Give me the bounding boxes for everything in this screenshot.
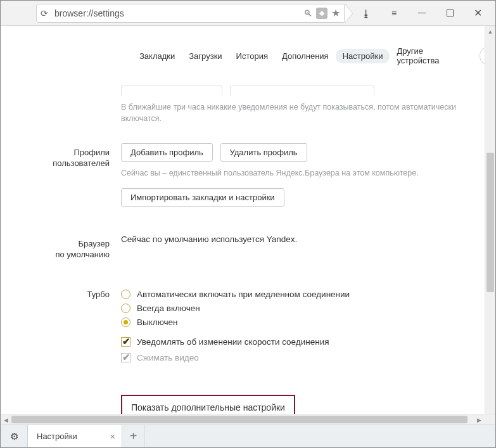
remove-profile-button[interactable]: Удалить профиль [220,143,307,162]
menu-icon[interactable]: ≡ [380,1,408,26]
turbo-off-radio[interactable]: Выключен [121,317,478,327]
address-bar[interactable]: ⟳ 🔍︎ ◆ ★ [36,4,345,23]
settings-page: Закладки Загрузки История Дополнения Нас… [1,26,495,425]
radio-icon [121,304,130,313]
nav-downloads[interactable]: Загрузки [182,49,229,63]
turbo-notify-label: Уведомлять об изменении скорости соедине… [137,337,329,347]
notifications-hint: В ближайшие три часа никакие уведомления… [121,102,478,124]
nav-settings[interactable]: Настройки [336,49,390,63]
scroll-thumb[interactable] [486,153,494,292]
turbo-always-radio[interactable]: Всегда включен [121,304,478,313]
browser-chrome: ⟳ 🔍︎ ◆ ★ ⭳ ≡ ✕ [1,1,495,26]
import-settings-button[interactable]: Импортировать закладки и настройки [121,188,284,207]
url-input[interactable] [53,8,300,19]
scroll-thumb[interactable] [11,416,467,423]
search-icon[interactable]: 🔍︎ [303,8,312,18]
nav-addons[interactable]: Дополнения [275,49,336,63]
default-browser-label: Браузерпо умолчанию [1,234,121,260]
checkbox-icon [121,337,130,347]
tab-title: Настройки [37,432,77,441]
bookmark-star-icon[interactable]: ★ [331,7,340,19]
tab-settings[interactable]: Настройки × [27,425,122,447]
window-minimize[interactable] [408,1,436,26]
scroll-right-icon[interactable]: ▶ [474,414,485,425]
radio-icon [121,317,130,327]
turbo-label: Турбо [1,285,121,367]
gear-icon[interactable]: ⚙ [1,425,27,447]
window-maximize[interactable] [436,1,464,26]
section-notifications: В ближайшие три часа никакие уведомления… [1,86,495,124]
nav-other-devices[interactable]: Другие устройства [390,44,467,68]
turbo-auto-label: Автоматически включать при медленном сое… [137,290,350,299]
section-profiles: Профилипользователей Добавить профиль Уд… [1,143,495,207]
chrome-controls: ⭳ ≡ ✕ [352,1,495,26]
truncated-buttons [121,86,478,96]
nav-bookmarks[interactable]: Закладки [132,49,182,63]
shield-icon[interactable]: ◆ [316,8,327,19]
tab-strip: ⚙ Настройки × + [1,425,495,447]
scroll-up-icon[interactable]: ▲ [485,26,495,37]
close-tab-icon[interactable]: × [110,432,115,442]
reload-icon[interactable]: ⟳ [41,8,48,18]
address-bar-tail [345,4,352,23]
vertical-scrollbar[interactable]: ▲ ▼ [485,26,495,425]
settings-nav: Закладки Загрузки История Дополнения Нас… [1,26,495,68]
nav-history[interactable]: История [229,49,275,63]
profiles-label: Профилипользователей [1,143,121,207]
add-profile-button[interactable]: Добавить профиль [121,143,213,162]
section-turbo: Турбо Автоматически включать при медленн… [1,285,495,367]
turbo-compress-checkbox: Сжимать видео [121,353,478,362]
turbo-off-label: Выключен [137,317,177,327]
section-default-browser: Браузерпо умолчанию Сейчас по умолчанию … [1,234,495,260]
turbo-notify-checkbox[interactable]: Уведомлять об изменении скорости соедине… [121,337,478,347]
default-browser-text: Сейчас по умолчанию используется Yandex. [121,234,478,244]
new-tab-button[interactable]: + [122,425,145,447]
turbo-auto-radio[interactable]: Автоматически включать при медленном сое… [121,290,478,299]
turbo-always-label: Всегда включен [137,304,200,313]
checkbox-icon [121,353,130,362]
radio-icon [121,290,130,299]
scroll-left-icon[interactable]: ◀ [1,414,11,425]
horizontal-scrollbar[interactable]: ◀ ▶ [1,414,495,425]
window-close[interactable]: ✕ [464,1,492,26]
downloads-icon[interactable]: ⭳ [352,1,380,26]
profiles-hint: Сейчас вы – единственный пользователь Ян… [121,168,478,179]
turbo-compress-label: Сжимать видео [137,353,199,362]
